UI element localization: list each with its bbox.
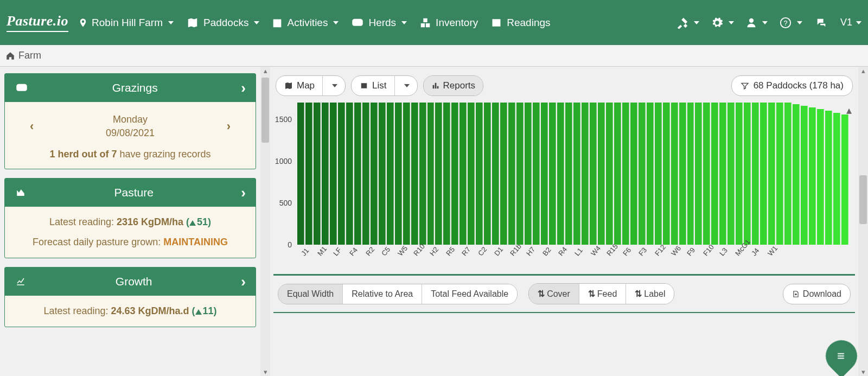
chart-bar[interactable] [541,103,548,245]
chart-bar[interactable] [598,103,605,245]
chart-bar[interactable] [395,103,402,245]
card-pasture-header[interactable]: Pasture › [5,179,256,207]
equal-width-button[interactable]: Equal Width [278,284,342,304]
chart-bar[interactable] [330,103,337,245]
chart-bar[interactable] [695,103,702,245]
chart-bar[interactable] [744,103,751,245]
chart-bar[interactable] [338,103,345,245]
nav-help[interactable]: ? [780,17,802,29]
chart-bar[interactable] [655,103,662,245]
chart-bar[interactable] [719,103,726,245]
chart-bar[interactable] [387,103,394,245]
chart-bar[interactable] [346,103,353,245]
chart-bar[interactable] [419,103,426,245]
chart-bar[interactable] [500,103,507,245]
chart-bar[interactable] [525,103,532,245]
chart-bar[interactable] [451,103,458,245]
chart-bar[interactable] [671,103,678,245]
chart-bar[interactable] [711,103,718,245]
chart-bar[interactable] [825,111,832,245]
chart-bar[interactable] [703,103,710,245]
chart-bar[interactable] [801,106,808,245]
sort-feed-button[interactable]: Feed [579,284,626,304]
chart-bar[interactable] [508,103,515,245]
nav-activities[interactable]: Activities [271,17,339,29]
chart-bar[interactable] [403,103,410,245]
nav-herds[interactable]: Herds [350,17,407,29]
chart-bar[interactable] [606,103,613,245]
scrollbar-thumb[interactable] [859,175,867,224]
view-reports-button[interactable]: Reports [424,76,483,95]
chart-bar[interactable] [549,103,556,245]
chart-bar[interactable] [639,103,646,245]
nav-account[interactable] [746,17,768,29]
chart-bar[interactable] [736,103,743,245]
view-list-button[interactable]: List [352,76,394,95]
chart-bar[interactable] [322,103,329,245]
sort-cover-button[interactable]: Cover [529,284,579,304]
nav-tools[interactable] [676,17,699,29]
chart-bar[interactable] [841,114,848,245]
chart-bar[interactable] [379,103,386,245]
content-scrollbar[interactable]: ▴ ▾ [858,67,868,376]
nav-paddocks[interactable]: Paddocks [186,17,259,29]
chart-bar[interactable] [468,103,475,245]
chart-bar[interactable] [371,103,378,245]
view-list-dropdown[interactable] [395,80,417,92]
chart-bar[interactable] [663,103,670,245]
download-button[interactable]: Download [783,284,851,304]
chart-bar[interactable] [533,103,540,245]
chart-bar[interactable] [833,113,840,245]
chart-bar[interactable] [817,109,824,245]
nav-readings[interactable]: Readings [490,17,550,29]
chart-bar[interactable] [459,103,467,245]
chart-bar[interactable] [362,103,369,245]
sort-label-button[interactable]: Label [626,284,674,304]
chart-bar[interactable] [516,103,524,245]
chart-bar[interactable] [297,103,304,245]
chart-bar[interactable] [622,103,629,245]
chart-bar[interactable] [727,103,735,245]
chart-bar[interactable] [687,103,694,245]
nav-farm-selector[interactable]: Robin Hill Farm [78,17,174,29]
chart-bar[interactable] [760,103,767,245]
chart-bar[interactable] [484,103,491,245]
chart-bar[interactable] [435,103,442,245]
nav-version[interactable]: V1 [840,17,861,28]
chart-bar[interactable] [492,103,499,245]
chart-bar[interactable] [809,107,816,245]
nav-inventory[interactable]: Inventory [419,17,478,29]
chart-bar[interactable] [565,103,572,245]
chart-bar[interactable] [411,103,418,245]
card-growth-header[interactable]: Growth › [5,267,256,296]
chart-bar[interactable] [427,103,435,245]
chart-bar[interactable] [557,103,564,245]
chart-bar[interactable] [614,103,621,245]
chart-bar[interactable] [776,103,783,245]
chart-scroll-up[interactable]: ▴ [846,104,852,117]
chart-bar[interactable] [354,103,361,245]
chart-bar[interactable] [784,103,792,245]
chart-bar[interactable] [305,103,312,245]
chart-bar[interactable] [314,103,321,245]
chart-bar[interactable] [752,103,759,245]
chart-bar[interactable] [443,103,450,245]
card-grazings-header[interactable]: Grazings › [5,74,256,102]
relative-area-button[interactable]: Relative to Area [343,284,422,304]
chart-bar[interactable] [476,103,483,245]
next-day-button[interactable]: › [227,119,231,133]
nav-chat[interactable] [814,17,828,29]
chart-bar[interactable] [679,103,686,245]
breadcrumb-farm[interactable]: Farm [18,50,41,61]
scrollbar-thumb[interactable] [261,78,269,143]
prev-day-button[interactable]: ‹ [30,119,34,133]
chart-bar[interactable] [573,103,580,245]
view-map-dropdown[interactable] [323,80,345,92]
chart-bar[interactable] [590,103,597,245]
chart-bar[interactable] [630,103,637,245]
view-map-button[interactable]: Map [276,76,322,95]
chart-bar[interactable] [582,103,589,245]
total-feed-button[interactable]: Total Feed Available [422,284,517,304]
chart-bar[interactable] [768,103,775,245]
sidebar-scrollbar[interactable]: ▴ ▾ [260,67,270,376]
